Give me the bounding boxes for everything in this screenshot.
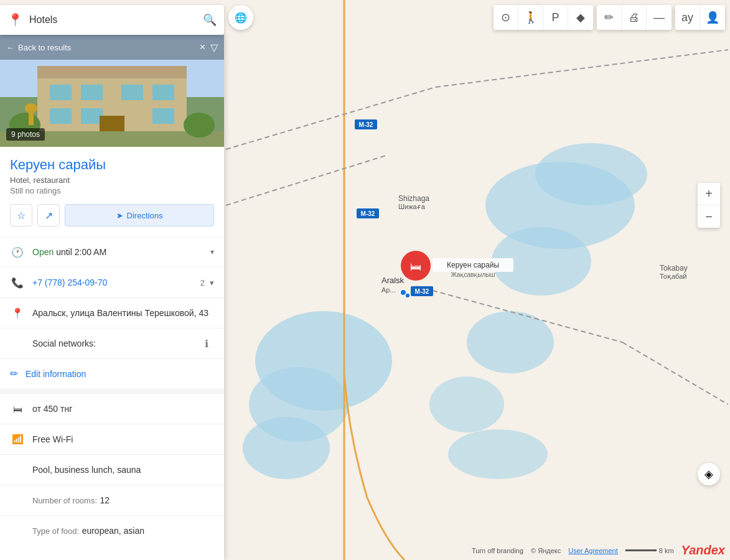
food-label: Type of food: — [32, 526, 79, 536]
social-networks-row: Social networks: ℹ — [0, 328, 224, 358]
svg-rect-41 — [121, 85, 143, 100]
svg-point-49 — [184, 113, 215, 138]
svg-text:🛏: 🛏 — [410, 261, 421, 273]
social-label: Social networks: — [32, 338, 192, 348]
back-to-results-button[interactable]: ← Back to results — [6, 43, 71, 52]
user-agreement-link[interactable]: User Agreement — [568, 547, 617, 554]
edit-information-row[interactable]: ✏ Edit information — [0, 358, 224, 388]
rooms-count: 12 — [100, 495, 110, 505]
user-group: ау 👤 — [675, 5, 725, 30]
address-row: 📍 Аральск, улица Валентины Терешковой, 4… — [0, 297, 224, 328]
share-button[interactable]: ↗ — [37, 204, 60, 226]
utility-tools-group: ✏ 🖨 — — [597, 5, 672, 30]
address-text: Аральск, улица Валентины Терешковой, 43 — [32, 308, 214, 318]
svg-text:M-32: M-32 — [359, 121, 373, 128]
directions-icon: ➤ — [116, 211, 123, 220]
svg-point-51 — [25, 103, 37, 113]
copyright-text: © Яндекс — [531, 547, 561, 554]
food-type-row: Type of food: european, asian — [0, 515, 224, 546]
svg-text:M-32: M-32 — [415, 288, 429, 295]
search-bar: 📍 🔍 — [0, 5, 224, 35]
compass-button[interactable]: ◈ — [698, 463, 720, 485]
ruler-button[interactable]: ✏ — [597, 5, 622, 30]
svg-text:Tokabay: Tokabay — [660, 264, 688, 273]
social-icon[interactable]: ℹ — [199, 336, 214, 351]
svg-point-7 — [467, 311, 554, 373]
share-icon: ↗ — [45, 210, 53, 222]
photo-controls: × ▽ — [200, 42, 218, 54]
hotel-rating: Still no ratings — [10, 186, 214, 195]
zoom-out-button[interactable]: − — [698, 205, 720, 228]
bottom-attribution: Turn off branding © Яндекс User Agreemen… — [467, 541, 730, 560]
hours-row: 🕐 Open until 2:00 AM ▾ — [0, 236, 224, 267]
turn-off-branding[interactable]: Turn off branding — [472, 547, 523, 554]
phone-count-expand[interactable]: 2 ▾ — [200, 278, 214, 287]
svg-text:Shizhaga: Shizhaga — [398, 194, 429, 203]
svg-text:M-32: M-32 — [361, 210, 375, 217]
top-toolbar: 📍 🔍 🌐 ⊙ 🚶 P ◆ ✏ 🖨 — ау 👤 — [0, 0, 730, 35]
traffic-button[interactable]: ⊙ — [494, 5, 518, 30]
directions-button[interactable]: ➤ Directions — [65, 204, 214, 226]
svg-text:Ар...: Ар... — [381, 286, 396, 294]
svg-rect-39 — [50, 85, 72, 100]
open-status: Open — [32, 247, 54, 257]
svg-text:Тоқабай: Тоқабай — [660, 273, 686, 280]
account-button[interactable]: 👤 — [700, 5, 725, 30]
svg-text:Aralsk: Aralsk — [381, 276, 405, 285]
svg-rect-40 — [81, 85, 103, 100]
photo-close-button[interactable]: × — [200, 42, 205, 54]
price-row: 🛏 от 450 тнг — [0, 393, 224, 424]
phone-text[interactable]: +7 (778) 254-09-70 — [32, 278, 193, 287]
scale-label: 8 km — [659, 547, 674, 554]
save-button[interactable]: ☆ — [10, 204, 32, 226]
svg-rect-42 — [152, 85, 174, 100]
amenities-section: 🛏 от 450 тнг 📶 Free Wi-Fi Pool, business… — [0, 388, 224, 546]
map-tools-group: ⊙ 🚶 P ◆ — [494, 5, 593, 30]
people-button[interactable]: 🚶 — [518, 5, 543, 30]
bookmarks-button[interactable]: ◆ — [568, 5, 593, 30]
back-arrow-icon: ← — [6, 43, 14, 52]
scale-bar: 8 km — [625, 547, 674, 554]
svg-text:Керуен сарайы: Керуен сарайы — [447, 261, 499, 269]
price-icon: 🛏 — [10, 401, 25, 416]
location-pin-icon: 📍 — [7, 12, 23, 27]
photos-count-badge[interactable]: 9 photos — [6, 128, 45, 141]
features-row: Pool, business lunch, sauna — [0, 454, 224, 485]
hotel-type: Hotel, restaurant — [10, 175, 214, 185]
zoom-in-button[interactable]: + — [698, 183, 720, 205]
language-button[interactable]: ау — [675, 5, 700, 30]
svg-text:Шижаға: Шижаға — [398, 203, 426, 210]
address-pin-icon: 📍 — [10, 306, 25, 320]
search-button[interactable]: 🔍 — [203, 13, 217, 27]
phone-count: 2 — [200, 278, 205, 287]
photo-expand-button[interactable]: ▽ — [210, 42, 218, 54]
hotel-name: Керуен сарайы — [10, 157, 214, 173]
edit-icon: ✏ — [10, 368, 18, 380]
phone-row: 📞 +7 (778) 254-09-70 2 ▾ — [0, 267, 224, 297]
svg-rect-43 — [50, 108, 72, 124]
bookmark-icon: ☆ — [17, 210, 26, 222]
layers-button-container: 🌐 — [228, 5, 253, 30]
right-toolbar: ⊙ 🚶 P ◆ ✏ 🖨 — ау 👤 — [494, 5, 725, 30]
svg-text:Жақсавқылыш: Жақсавқылыш — [451, 271, 495, 278]
price-text: от 450 тнг — [32, 404, 72, 414]
search-input[interactable] — [29, 14, 203, 26]
print-button[interactable]: 🖨 — [622, 5, 647, 30]
hours-text: until 2:00 AM — [56, 247, 106, 257]
layers-button[interactable]: 🌐 — [228, 5, 253, 30]
photo-area[interactable]: ← Back to results × ▽ 9 photos — [0, 35, 224, 147]
action-buttons: ☆ ↗ ➤ Directions — [10, 204, 214, 226]
rooms-label: Number of rooms: — [32, 496, 97, 505]
back-bar: ← Back to results × ▽ — [0, 35, 224, 60]
wifi-icon: 📶 — [10, 432, 25, 447]
features-text: Pool, business lunch, sauna — [32, 465, 141, 475]
back-label: Back to results — [18, 43, 71, 52]
parking-button[interactable]: P — [543, 5, 568, 30]
svg-rect-38 — [37, 66, 187, 78]
yandex-logo: Yandex — [681, 543, 725, 558]
menu-button[interactable]: — — [647, 5, 672, 30]
svg-point-3 — [243, 417, 330, 479]
hours-expand-button[interactable]: ▾ — [210, 248, 214, 256]
svg-rect-44 — [81, 108, 103, 124]
info-section: Керуен сарайы Hotel, restaurant Still no… — [0, 147, 224, 236]
